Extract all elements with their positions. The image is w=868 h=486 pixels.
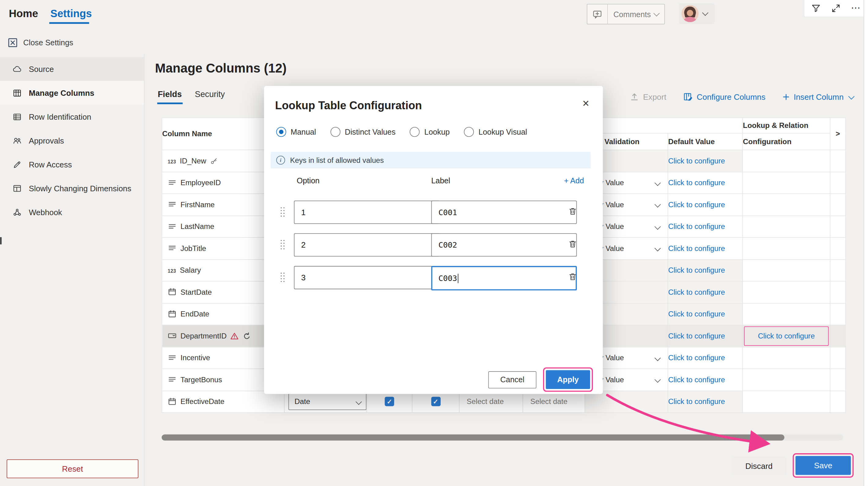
lookup-configure-link[interactable]: Click to configure bbox=[758, 332, 815, 340]
sidebar-item-row-identification[interactable]: Row Identification bbox=[0, 105, 144, 128]
sidebar-item-source[interactable]: Source bbox=[0, 57, 144, 81]
label-input[interactable]: C001 bbox=[431, 200, 577, 224]
save-highlight-ring: Save bbox=[793, 453, 854, 478]
lookup-relation-group-header: Lookup & Relation bbox=[743, 118, 830, 134]
radio-label: Distinct Values bbox=[345, 127, 396, 136]
window-resize-handle bbox=[0, 237, 2, 245]
save-button[interactable]: Save bbox=[796, 456, 851, 475]
sidebar-item-label: Manage Columns bbox=[29, 88, 94, 97]
expand-icon[interactable] bbox=[831, 3, 841, 13]
default-value-configure-link[interactable]: Click to configure bbox=[668, 310, 725, 318]
configuration-cell bbox=[743, 303, 830, 325]
drag-handle-icon[interactable] bbox=[281, 273, 285, 283]
plus-icon bbox=[782, 93, 790, 101]
discard-button[interactable]: Discard bbox=[732, 457, 786, 476]
default-value-configure-link[interactable]: Click to configure bbox=[668, 200, 725, 209]
radio-icon bbox=[331, 127, 341, 137]
tab-security[interactable]: Security bbox=[195, 89, 225, 99]
configure-columns-button[interactable]: Configure Columns bbox=[683, 92, 766, 102]
default-value-configure-link[interactable]: Click to configure bbox=[668, 223, 725, 231]
default-value-configure-link[interactable]: Click to configure bbox=[668, 244, 725, 253]
column-name: EffectiveDate bbox=[180, 398, 224, 406]
export-button[interactable]: Export bbox=[629, 92, 666, 102]
settings-sidebar: SourceManage ColumnsRow IdentificationAp… bbox=[0, 54, 145, 486]
warning-icon bbox=[230, 332, 239, 340]
cancel-button[interactable]: Cancel bbox=[488, 371, 536, 388]
more-icon[interactable]: ⋯ bbox=[851, 5, 861, 11]
sidebar-item-slowly-changing-dimensions[interactable]: Slowly Changing Dimensions bbox=[0, 176, 144, 200]
insert-column-button[interactable]: Insert Column bbox=[782, 92, 854, 101]
account-menu[interactable] bbox=[679, 3, 715, 24]
default-value-configure-link[interactable]: Click to configure bbox=[668, 398, 725, 406]
tab-fields[interactable]: Fields bbox=[158, 89, 182, 99]
lookup-icon bbox=[168, 332, 177, 340]
column-name: JobTitle bbox=[180, 244, 206, 253]
option-input[interactable]: 2 bbox=[294, 233, 439, 256]
scroll-right-chevron[interactable]: > bbox=[830, 118, 846, 150]
label-input[interactable]: C003 bbox=[431, 266, 577, 290]
chevron-down-icon bbox=[702, 9, 708, 16]
row-end-cell bbox=[830, 369, 846, 391]
row-end-cell bbox=[830, 303, 846, 325]
sidebar-item-label: Webhook bbox=[29, 207, 62, 217]
drag-handle-icon[interactable] bbox=[281, 207, 285, 217]
radio-manual[interactable]: Manual bbox=[276, 127, 316, 137]
sidebar-item-label: Row Access bbox=[29, 160, 72, 169]
sidebar-item-approvals[interactable]: Approvals bbox=[0, 128, 144, 152]
lookup-table-configuration-dialog: Lookup Table Configuration ✕ ManualDisti… bbox=[264, 86, 603, 394]
sidebar-item-manage-columns[interactable]: Manage Columns bbox=[0, 81, 144, 105]
calendar-icon bbox=[168, 310, 177, 319]
sidebar-item-webhook[interactable]: Webhook bbox=[0, 200, 144, 224]
row-end-cell bbox=[830, 391, 846, 412]
delete-row-icon[interactable] bbox=[568, 239, 578, 249]
nav-tab-home[interactable]: Home bbox=[9, 8, 38, 20]
default-value-configure-link[interactable]: Click to configure bbox=[668, 266, 725, 275]
apply-button[interactable]: Apply bbox=[546, 370, 590, 389]
checkbox-checked[interactable]: ✓ bbox=[431, 397, 441, 406]
sidebar-item-row-access[interactable]: Row Access bbox=[0, 152, 144, 176]
row-end-cell bbox=[830, 150, 846, 172]
add-row-link[interactable]: + Add bbox=[564, 176, 584, 185]
comments-button[interactable]: Comments bbox=[587, 4, 665, 25]
text-icon bbox=[168, 178, 177, 187]
filter-icon[interactable] bbox=[811, 3, 821, 13]
chevron-down-icon bbox=[355, 398, 362, 405]
type-select[interactable]: Date bbox=[288, 393, 366, 410]
label-input[interactable]: C002 bbox=[431, 233, 577, 256]
default-value-configure-link[interactable]: Click to configure bbox=[668, 332, 725, 340]
delete-row-icon[interactable] bbox=[568, 272, 578, 282]
default-value-configure-link[interactable]: Click to configure bbox=[668, 178, 725, 187]
radio-distinct-values[interactable]: Distinct Values bbox=[331, 127, 396, 137]
default-value-configure-link[interactable]: Click to configure bbox=[668, 157, 725, 165]
text-icon bbox=[168, 222, 177, 231]
delete-row-icon[interactable] bbox=[568, 207, 578, 216]
reset-button[interactable]: Reset bbox=[7, 459, 138, 478]
comment-add-icon bbox=[587, 4, 608, 24]
default-value-configure-link[interactable]: Click to configure bbox=[668, 288, 725, 296]
configuration-cell bbox=[743, 194, 830, 216]
close-icon[interactable]: ✕ bbox=[582, 98, 589, 108]
radio-lookup[interactable]: Lookup bbox=[410, 127, 450, 137]
drag-handle-icon[interactable] bbox=[281, 240, 285, 250]
row-end-cell bbox=[830, 325, 846, 347]
sidebar-item-label: Approvals bbox=[29, 136, 64, 145]
column-name: StartDate bbox=[180, 288, 212, 296]
default-value-configure-link[interactable]: Click to configure bbox=[668, 375, 725, 384]
configuration-cell bbox=[743, 369, 830, 391]
date-placeholder[interactable]: Select date bbox=[523, 398, 567, 406]
default-value-configure-link[interactable]: Click to configure bbox=[668, 354, 725, 362]
configuration-cell bbox=[743, 237, 830, 260]
horizontal-scrollbar-thumb[interactable] bbox=[162, 435, 784, 441]
source-icon bbox=[12, 64, 22, 74]
text-icon bbox=[168, 200, 177, 209]
option-input[interactable]: 3 bbox=[294, 266, 439, 289]
option-input[interactable]: 1 bbox=[294, 200, 439, 224]
undo-icon[interactable] bbox=[243, 332, 251, 340]
close-settings-button[interactable]: Close Settings bbox=[23, 38, 73, 47]
radio-lookup-visual[interactable]: Lookup Visual bbox=[464, 127, 527, 137]
horizontal-scrollbar[interactable] bbox=[162, 435, 843, 441]
checkbox-checked[interactable]: ✓ bbox=[384, 397, 394, 406]
date-placeholder[interactable]: Select date bbox=[460, 398, 504, 406]
nav-tab-settings[interactable]: Settings bbox=[51, 8, 92, 20]
text-caret bbox=[458, 274, 459, 283]
